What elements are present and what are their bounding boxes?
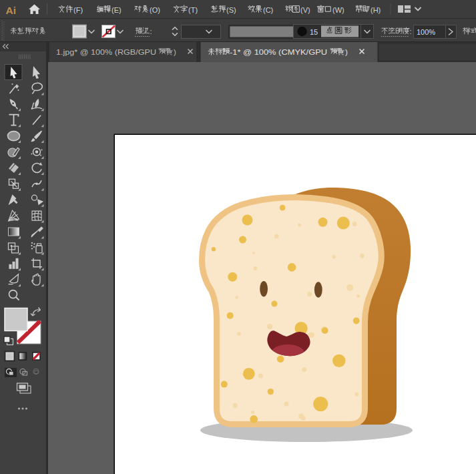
svg-text:-1* @ 100% (CMYK/GPU: -1* @ 100% (CMYK/GPU — [230, 48, 327, 56]
svg-text:(V): (V) — [300, 6, 310, 14]
svg-text:(T): (T) — [188, 6, 198, 14]
svg-text:Ai: Ai — [6, 5, 17, 16]
svg-text:(C): (C) — [263, 6, 273, 14]
svg-text:(S): (S) — [226, 6, 236, 14]
svg-text::: : — [410, 27, 412, 35]
svg-text:(H): (H) — [371, 6, 381, 14]
svg-text:(E): (E) — [111, 6, 122, 14]
svg-text:): ) — [345, 48, 348, 56]
svg-text:(W): (W) — [332, 6, 344, 14]
svg-text:1.jpg* @ 100% (RGB/GPU: 1.jpg* @ 100% (RGB/GPU — [56, 48, 156, 56]
svg-text:): ) — [174, 48, 176, 56]
svg-text:100%: 100% — [417, 28, 435, 36]
svg-text:(F): (F) — [73, 6, 83, 14]
svg-text:15: 15 — [310, 28, 318, 36]
svg-text:(O): (O) — [150, 6, 160, 14]
svg-text::: : — [150, 27, 152, 35]
